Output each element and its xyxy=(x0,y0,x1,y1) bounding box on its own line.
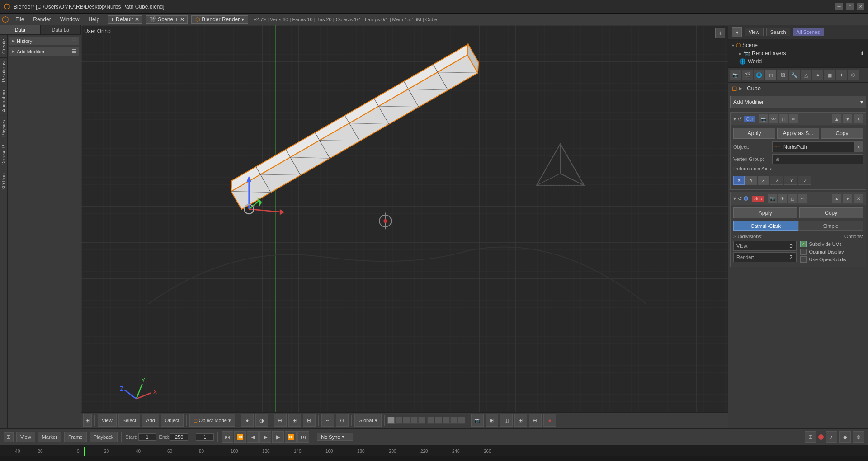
render-engine-selector[interactable]: ⬡ Blender Render ▾ xyxy=(191,15,248,24)
all-scenes-btn[interactable]: All Scenes xyxy=(793,28,824,36)
next-frame-btn[interactable]: ⏩ xyxy=(285,431,297,443)
sidebar-item-create[interactable]: Create xyxy=(0,35,7,57)
prop-icon-modifier[interactable]: 🔧 xyxy=(789,70,800,80)
sidebar-item-3dprint[interactable]: 3D Prin xyxy=(0,169,7,193)
move-btn[interactable]: ⊕ xyxy=(529,414,542,427)
menu-render[interactable]: Render xyxy=(28,15,55,24)
prop-icon-data[interactable]: △ xyxy=(801,70,811,80)
grid-btn[interactable]: ⊞ xyxy=(514,414,527,427)
global-local-btn[interactable]: Global ▾ xyxy=(354,414,382,427)
subdiv-mod-edit-icon-btn[interactable]: ✏ xyxy=(798,194,807,203)
end-value[interactable]: 250 xyxy=(170,433,188,441)
subdiv-mod-close-btn[interactable]: ✕ xyxy=(854,194,863,203)
sync-mode-selector[interactable]: No Sync ▾ xyxy=(317,433,353,441)
axis-x-btn[interactable]: X xyxy=(733,176,745,185)
vertex-group-input-container[interactable]: ⊞ xyxy=(772,154,863,164)
curve-mod-up-btn[interactable]: ▲ xyxy=(832,114,841,123)
use-opensubdiv-checkbox[interactable]: ✓ xyxy=(800,256,807,263)
layer-btn-1[interactable] xyxy=(387,417,395,424)
maximize-button[interactable]: □ xyxy=(846,3,854,10)
subdiv-mod-eye-icon-btn[interactable]: 👁 xyxy=(778,194,787,203)
timeline-zoom-btn[interactable]: ⊕ xyxy=(853,431,864,443)
close-button[interactable]: ✕ xyxy=(857,3,864,10)
axis-neg-z-btn[interactable]: -Z xyxy=(798,176,811,185)
workspace-selector[interactable]: + Default ✕ xyxy=(108,15,142,24)
axis-y-btn[interactable]: Y xyxy=(745,176,757,185)
minimize-button[interactable]: ─ xyxy=(835,3,843,10)
sidebar-item-physics[interactable]: Physics xyxy=(0,116,7,141)
subdivision-modifier-header[interactable]: ▾ ↺ Sub 📷 👁 ◻ ✏ ▲ ▼ ✕ xyxy=(731,192,866,205)
prop-icon-object[interactable]: ◻ xyxy=(765,70,776,80)
transform-btn[interactable]: ↔ xyxy=(321,414,334,427)
snap2-btn[interactable]: ⊟ xyxy=(303,414,316,427)
prop-icon-material[interactable]: ● xyxy=(812,70,823,80)
prop-icon-render[interactable]: 📷 xyxy=(730,70,741,80)
subdiv-mod-up-btn[interactable]: ▲ xyxy=(832,194,841,203)
render-field[interactable]: Render: 2 xyxy=(733,252,797,262)
curve-mod-eye-icon-btn[interactable]: 👁 xyxy=(769,114,778,123)
timeline-settings-btn[interactable]: ⊞ xyxy=(805,431,816,443)
prop-icon-texture[interactable]: ▦ xyxy=(824,70,835,80)
select-menu-btn[interactable]: Select xyxy=(118,414,141,427)
curve-mod-edit-icon-btn[interactable]: ✏ xyxy=(789,114,798,123)
play-btn[interactable]: ▶ xyxy=(259,431,271,443)
prop-icon-world[interactable]: 🌐 xyxy=(754,70,764,80)
search-btn[interactable]: Search xyxy=(766,28,790,36)
layer-btn-8[interactable] xyxy=(443,417,450,424)
current-frame-field[interactable]: 1 xyxy=(196,433,214,441)
axis-neg-x-btn[interactable]: -X xyxy=(770,176,783,185)
curve-apply-btn[interactable]: Apply xyxy=(733,128,775,139)
curve-copy-btn[interactable]: Copy xyxy=(821,128,863,139)
timeline-view-btn[interactable]: View xyxy=(16,432,35,442)
layer-btn-2[interactable] xyxy=(395,417,402,424)
view-field[interactable]: View: 0 xyxy=(733,241,797,251)
layer-btn-9[interactable] xyxy=(450,417,458,424)
prev-keyframe-btn[interactable]: ◀ xyxy=(247,431,259,443)
jump-start-btn[interactable]: ⏮ xyxy=(222,431,233,443)
curve-modifier-header[interactable]: ▾ ↺ Cur 📷 👁 ◻ ✏ ▲ ▼ ✕ xyxy=(731,113,866,125)
menu-window[interactable]: Window xyxy=(56,15,84,24)
menu-help[interactable]: Help xyxy=(84,15,104,24)
record-btn[interactable]: ● xyxy=(543,414,556,427)
curve-apply-as-shape-btn[interactable]: Apply as S... xyxy=(777,128,819,139)
layer-btn-10[interactable] xyxy=(458,417,465,424)
3d-viewport[interactable]: User Ortho + xyxy=(81,25,728,428)
layer-btn-7[interactable] xyxy=(435,417,442,424)
tree-item-renderlayers[interactable]: ▸ 📷 RenderLayers ⬆ xyxy=(730,49,866,57)
tree-item-world[interactable]: 🌐 World xyxy=(730,57,866,66)
subdiv-apply-btn[interactable]: Apply xyxy=(733,207,797,218)
subdivide-uvs-checkbox[interactable]: ✓ xyxy=(800,241,807,247)
pivot-btn[interactable]: ⊕ xyxy=(274,414,287,427)
add-modifier-button[interactable]: Add Modifier ▾ xyxy=(730,96,866,108)
start-value[interactable]: 1 xyxy=(138,433,156,441)
viewport-btn-pan[interactable]: ⊞ xyxy=(83,414,92,427)
curve-mod-down-btn[interactable]: ▼ xyxy=(843,114,852,123)
subdiv-mod-render-icon-btn[interactable]: 📷 xyxy=(768,194,777,203)
subdiv-tab-catmull[interactable]: Catmull-Clark xyxy=(733,221,798,231)
prop-icon-particles[interactable]: ✦ xyxy=(836,70,847,80)
jump-end-btn[interactable]: ⏭ xyxy=(297,431,309,443)
curve-mod-viewport-icon-btn[interactable]: ◻ xyxy=(779,114,788,123)
add-menu-btn[interactable]: Add xyxy=(142,414,159,427)
optimal-display-checkbox[interactable]: ✓ xyxy=(800,249,807,255)
object-menu-btn[interactable]: Object xyxy=(161,414,184,427)
curve-mod-render-icon-btn[interactable]: 📷 xyxy=(759,114,768,123)
timeline-expand-btn[interactable]: ⊞ xyxy=(4,432,14,442)
prev-frame-btn[interactable]: ⏪ xyxy=(234,431,246,443)
tab-data-la[interactable]: Data La xyxy=(41,25,81,34)
gamepad-btn[interactable]: ⊞ xyxy=(486,414,498,427)
subdiv-mod-down-btn[interactable]: ▼ xyxy=(843,194,852,203)
subdiv-copy-btn[interactable]: Copy xyxy=(799,207,863,218)
view-btn[interactable]: View xyxy=(745,28,764,36)
layer-btn-4[interactable] xyxy=(410,417,418,424)
prop-icon-scene[interactable]: 🎬 xyxy=(742,70,753,80)
tree-item-scene[interactable]: ▾ ⬡ Scene xyxy=(730,41,866,49)
scene-collapse-icon[interactable]: ◂ xyxy=(732,27,742,37)
render-btn[interactable]: 📷 xyxy=(471,414,484,427)
menu-file[interactable]: File xyxy=(11,15,28,24)
snap-btn[interactable]: ⊞ xyxy=(288,414,301,427)
sidebar-item-animation[interactable]: Animation xyxy=(0,86,7,116)
add-modifier-header[interactable]: ▸ Add Modifier ☰ xyxy=(9,47,79,56)
layer-btn-5[interactable] xyxy=(418,417,425,424)
view-menu-btn[interactable]: View xyxy=(98,414,117,427)
